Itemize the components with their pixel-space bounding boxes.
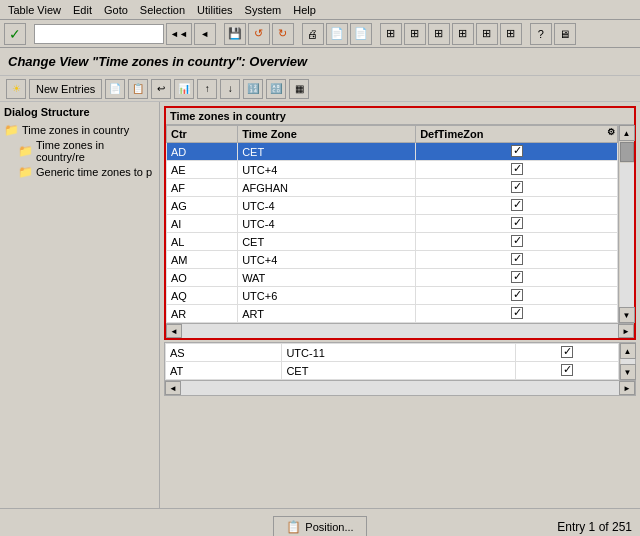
scroll2-down-btn[interactable]: ▼ [620, 364, 636, 380]
table-row[interactable]: ALCET [167, 233, 618, 251]
scroll-down-btn[interactable]: ▼ [619, 307, 635, 323]
table-row[interactable]: ASUTC-11 [166, 344, 619, 362]
menu-utilities[interactable]: Utilities [191, 2, 238, 18]
nav-back[interactable]: ◄ [194, 23, 216, 45]
tool3[interactable]: ⊞ [428, 23, 450, 45]
table-row[interactable]: AGUTC-4 [167, 197, 618, 215]
nav-back-back[interactable]: ◄◄ [166, 23, 192, 45]
menu-edit[interactable]: Edit [67, 2, 98, 18]
menu-selection[interactable]: Selection [134, 2, 191, 18]
checkbox-checked[interactable] [511, 181, 523, 193]
detail-icon[interactable]: 📊 [174, 79, 194, 99]
checkbox-checked[interactable] [511, 235, 523, 247]
cell-deftz [416, 251, 618, 269]
table2-data: ASUTC-11ATCET [165, 343, 619, 380]
redo-btn[interactable]: ↻ [272, 23, 294, 45]
nav-dropdown[interactable] [34, 24, 164, 44]
checkbox-checked[interactable] [511, 217, 523, 229]
help-btn[interactable]: ? [530, 23, 552, 45]
save-btn[interactable]: 💾 [224, 23, 246, 45]
checkbox-checked[interactable] [511, 145, 523, 157]
checkbox-checked[interactable] [511, 253, 523, 265]
dialog-structure-title: Dialog Structure [2, 106, 157, 118]
checkbox-checked[interactable] [511, 307, 523, 319]
cell-deftz [416, 233, 618, 251]
table-row[interactable]: ATCET [166, 362, 619, 380]
page-btn[interactable]: 📄 [326, 23, 348, 45]
folder-icon-0: 📁 [4, 123, 19, 137]
tool1[interactable]: ⊞ [380, 23, 402, 45]
table-row[interactable]: AQUTC+6 [167, 287, 618, 305]
data-table-2: ASUTC-11ATCET [165, 343, 619, 380]
table-row[interactable]: AMUTC+4 [167, 251, 618, 269]
hscroll-right-btn[interactable]: ► [618, 324, 634, 338]
hscroll2-right-btn[interactable]: ► [619, 381, 635, 395]
folder-icon-1: 📁 [18, 144, 33, 158]
cell-ctr: AE [167, 161, 238, 179]
scroll-thumb[interactable] [620, 142, 634, 162]
monitor-btn[interactable]: 🖥 [554, 23, 576, 45]
tool5[interactable]: ⊞ [476, 23, 498, 45]
table-row[interactable]: AIUTC-4 [167, 215, 618, 233]
cell-deftz [416, 161, 618, 179]
col-deftz: DefTimeZon ⚙ [416, 126, 618, 143]
new-entries-button[interactable]: New Entries [29, 79, 102, 99]
cell-timezone: CET [238, 143, 416, 161]
scroll2-up-btn[interactable]: ▲ [620, 343, 636, 359]
checkbox-checked[interactable] [511, 271, 523, 283]
table-scroll-area: Ctr Time Zone DefTimeZon ⚙ ADCETAEUTC+4A… [166, 125, 634, 323]
sort1-icon[interactable]: 🔢 [243, 79, 263, 99]
hscroll2-left-btn[interactable]: ◄ [165, 381, 181, 395]
copy-icon[interactable]: 📄 [105, 79, 125, 99]
cell-ctr: AG [167, 197, 238, 215]
checkbox-checked[interactable] [511, 163, 523, 175]
undo-icon[interactable]: ↩ [151, 79, 171, 99]
tool2[interactable]: ⊞ [404, 23, 426, 45]
menu-tableview[interactable]: Table View [2, 2, 67, 18]
table-row[interactable]: AFAFGHAN [167, 179, 618, 197]
move-up-icon[interactable]: ↑ [197, 79, 217, 99]
position-button[interactable]: 📋 Position... [273, 516, 366, 537]
cell-ctr: AM [167, 251, 238, 269]
scroll-track [620, 163, 634, 307]
table-row[interactable]: ADCET [167, 143, 618, 161]
checkbox-checked[interactable] [561, 346, 573, 358]
table-row[interactable]: AEUTC+4 [167, 161, 618, 179]
select-all-icon[interactable]: ▦ [289, 79, 309, 99]
col-settings-icon[interactable]: ⚙ [607, 127, 615, 137]
tool6[interactable]: ⊞ [500, 23, 522, 45]
menu-system[interactable]: System [239, 2, 288, 18]
table-row[interactable]: ARART [167, 305, 618, 323]
cell-timezone: CET [238, 233, 416, 251]
checkbox-checked[interactable] [561, 364, 573, 376]
checkbox-checked[interactable] [511, 289, 523, 301]
cell-deftz [515, 344, 618, 362]
dialog-item-label-2: Generic time zones to p [36, 166, 152, 178]
move-down-icon[interactable]: ↓ [220, 79, 240, 99]
dialog-item-2[interactable]: 📁 Generic time zones to p [16, 164, 157, 180]
page2-btn[interactable]: 📄 [350, 23, 372, 45]
sort2-icon[interactable]: 🔠 [266, 79, 286, 99]
cell-timezone: ART [238, 305, 416, 323]
print-btn[interactable]: 🖨 [302, 23, 324, 45]
position-label: Position... [305, 521, 353, 533]
copy2-icon[interactable]: 📋 [128, 79, 148, 99]
scroll-up-btn[interactable]: ▲ [619, 125, 635, 141]
table-row[interactable]: AOWAT [167, 269, 618, 287]
dialog-item-1[interactable]: 📁 Time zones in country/re [16, 138, 157, 164]
main-area: Dialog Structure 📁 Time zones in country… [0, 102, 640, 508]
table2-scroll: ASUTC-11ATCET ▲ ▼ [165, 343, 635, 380]
tool4[interactable]: ⊞ [452, 23, 474, 45]
cell-timezone: UTC+6 [238, 287, 416, 305]
entry-info: Entry 1 of 251 [557, 520, 632, 534]
check-button[interactable]: ✓ [4, 23, 26, 45]
dialog-item-0[interactable]: 📁 Time zones in country [2, 122, 157, 138]
undo-btn[interactable]: ↺ [248, 23, 270, 45]
menu-goto[interactable]: Goto [98, 2, 134, 18]
secondary-table-container: ASUTC-11ATCET ▲ ▼ ◄ ► [164, 342, 636, 396]
dialog-item-label-0: Time zones in country [22, 124, 129, 136]
checkbox-checked[interactable] [511, 199, 523, 211]
hscroll-left-btn[interactable]: ◄ [166, 324, 182, 338]
cell-timezone: UTC+4 [238, 161, 416, 179]
menu-help[interactable]: Help [287, 2, 322, 18]
